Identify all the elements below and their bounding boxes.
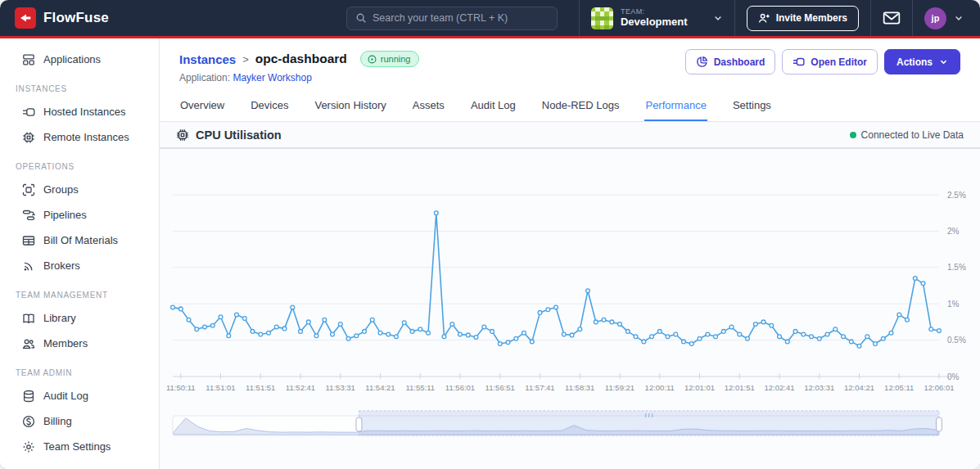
- data-point-marker: [682, 340, 686, 344]
- data-point-marker: [331, 332, 335, 336]
- data-point-marker: [937, 329, 942, 333]
- data-point-marker: [857, 344, 861, 348]
- data-point-marker: [466, 333, 470, 337]
- sidebar-section-instances: INSTANCES: [16, 84, 159, 93]
- application-link[interactable]: Mayker Workshop: [233, 72, 311, 83]
- data-point-marker: [506, 340, 510, 345]
- data-point-marker: [642, 340, 646, 344]
- data-point-marker: [267, 331, 271, 335]
- brush-handle-left[interactable]: [356, 417, 362, 431]
- team-search[interactable]: [346, 7, 558, 30]
- data-point-marker: [242, 317, 246, 321]
- data-point-marker: [274, 325, 278, 329]
- y-axis-label: 2.5%: [947, 191, 966, 200]
- data-point-marker: [178, 307, 183, 311]
- x-axis-label: 12:02:41: [765, 383, 795, 392]
- cpu-utilisation-chart[interactable]: 0.5%1%1.5%2%2.5%0%11:50:1111:51:0111:51:…: [160, 156, 980, 401]
- chart-range-brush[interactable]: [160, 408, 980, 442]
- sidebar-item-brokers[interactable]: Brokers: [0, 253, 159, 278]
- data-point-marker: [602, 318, 606, 322]
- data-point-marker: [793, 330, 797, 334]
- data-point-marker: [210, 323, 215, 327]
- data-point-marker: [562, 332, 566, 336]
- invite-members-button[interactable]: Invite Members: [747, 6, 859, 31]
- actions-button-label: Actions: [896, 56, 933, 68]
- sidebar-item-label: Members: [43, 337, 88, 349]
- tab-assets[interactable]: Assets: [412, 92, 445, 121]
- sidebar-item-label: Groups: [43, 183, 79, 196]
- tab-performance[interactable]: Performance: [644, 92, 707, 121]
- live-status: Connected to Live Data: [850, 129, 964, 141]
- data-point-marker: [538, 311, 542, 315]
- header-actions: Dashboard Open Editor Actions: [685, 49, 960, 74]
- x-axis-label: 12:03:31: [804, 383, 834, 392]
- data-point-marker: [817, 336, 821, 340]
- flowfuse-logo[interactable]: FlowFuse: [0, 0, 124, 36]
- data-point-marker: [363, 330, 367, 334]
- data-point-marker: [785, 340, 789, 344]
- x-axis-label: 11:58:31: [565, 383, 594, 392]
- tab-audit-log[interactable]: Audit Log: [470, 92, 517, 121]
- sidebar-item-members[interactable]: Members: [0, 331, 159, 356]
- data-point-marker: [219, 315, 223, 319]
- breadcrumb-instances-link[interactable]: Instances: [179, 52, 236, 66]
- status-badge: running: [360, 51, 420, 67]
- data-point-marker: [761, 320, 765, 324]
- sidebar-item-pipelines[interactable]: Pipelines: [0, 202, 159, 228]
- data-point-marker: [171, 305, 175, 309]
- applications-icon: [21, 52, 35, 66]
- tab-overview[interactable]: Overview: [179, 92, 225, 121]
- data-point-marker: [865, 335, 869, 339]
- sidebar-item-billing[interactable]: Billing: [0, 408, 159, 434]
- application-label: Application:: [179, 72, 230, 83]
- sidebar-item-team-settings[interactable]: Team Settings: [0, 434, 159, 459]
- sidebar-item-applications[interactable]: Applications: [0, 47, 159, 72]
- sidebar-item-remote-instances[interactable]: Remote Instances: [0, 124, 159, 150]
- data-point-marker: [594, 320, 598, 324]
- data-point-marker: [721, 330, 725, 334]
- data-point-marker: [251, 330, 255, 334]
- open-editor-button[interactable]: Open Editor: [782, 49, 878, 74]
- instance-tabs: OverviewDevicesVersion HistoryAssetsAudi…: [160, 92, 980, 122]
- status-badge-label: running: [381, 54, 411, 64]
- data-point-marker: [410, 330, 414, 334]
- tab-version-history[interactable]: Version History: [314, 92, 386, 121]
- team-selector[interactable]: TEAM: Development: [579, 0, 734, 36]
- data-point-marker: [570, 333, 574, 337]
- y-axis-label: 1.5%: [947, 263, 966, 272]
- x-axis-label: 11:51:01: [205, 383, 235, 392]
- sidebar-item-bill-of-materials[interactable]: Bill Of Materials: [0, 228, 159, 253]
- tab-node-red-logs[interactable]: Node-RED Logs: [541, 92, 621, 121]
- user-menu[interactable]: jp: [912, 0, 980, 36]
- data-point-marker: [881, 336, 885, 340]
- data-point-marker: [657, 330, 662, 334]
- actions-button[interactable]: Actions: [884, 49, 960, 74]
- tab-devices[interactable]: Devices: [250, 92, 289, 121]
- data-point-marker: [625, 330, 630, 334]
- x-axis-label: 11:59:21: [605, 383, 635, 392]
- sidebar-item-audit-log[interactable]: Audit Log: [0, 383, 159, 408]
- brush-handle-right[interactable]: [937, 417, 942, 431]
- sidebar-item-hosted-instances[interactable]: Hosted Instances: [0, 99, 159, 124]
- sidebar-item-label: Audit Log: [43, 390, 88, 402]
- sidebar-item-groups[interactable]: Groups: [0, 177, 159, 202]
- notifications-cell[interactable]: [870, 0, 912, 36]
- dashboard-button[interactable]: Dashboard: [685, 49, 776, 74]
- tab-settings[interactable]: Settings: [732, 92, 772, 121]
- search-input[interactable]: [373, 12, 549, 24]
- live-dot-icon: [850, 132, 856, 138]
- sidebar-item-library[interactable]: Library: [0, 305, 159, 331]
- chevron-down-icon: [713, 13, 723, 23]
- open-editor-button-label: Open Editor: [811, 56, 867, 68]
- chart-area: 0.5%1%1.5%2%2.5%0%11:50:1111:51:0111:51:…: [160, 149, 980, 445]
- x-axis-label: 12:06:01: [924, 383, 955, 392]
- invite-members-label: Invite Members: [776, 12, 847, 24]
- data-point-marker: [770, 323, 774, 327]
- data-point-marker: [586, 289, 590, 293]
- gear-icon: [21, 440, 35, 453]
- data-point-marker: [674, 332, 678, 336]
- data-point-marker: [203, 325, 207, 329]
- data-point-marker: [729, 325, 734, 329]
- user-plus-icon: [758, 12, 770, 25]
- data-point-marker: [810, 335, 814, 339]
